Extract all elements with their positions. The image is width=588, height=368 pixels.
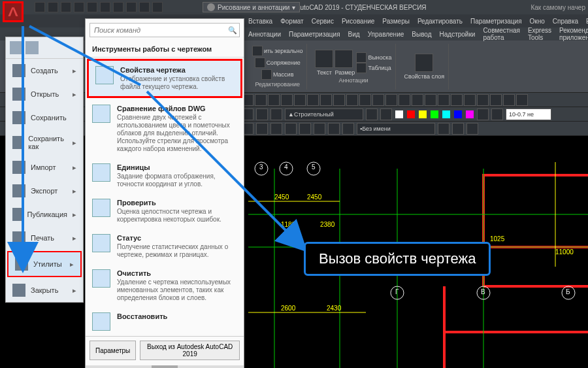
app-menu-import[interactable]: Импорт▸ bbox=[6, 156, 83, 179]
toolbar-button[interactable] bbox=[452, 123, 464, 135]
app-menu-create[interactable]: Создать▸ bbox=[6, 59, 83, 82]
toolbar-button[interactable] bbox=[268, 94, 280, 106]
table-icon[interactable] bbox=[356, 63, 367, 73]
qat-button[interactable] bbox=[100, 2, 110, 12]
toolbar-button[interactable] bbox=[425, 94, 436, 106]
flyout-item-status[interactable]: СтатусПолучение статистических данных о … bbox=[86, 229, 244, 264]
qat-button[interactable] bbox=[87, 2, 97, 12]
toolbar-button[interactable] bbox=[285, 123, 297, 135]
menu-item[interactable]: Параметризация bbox=[470, 18, 522, 25]
ribbon-tab[interactable]: Express Tools bbox=[528, 27, 551, 41]
command-search[interactable]: 🔍 bbox=[90, 23, 240, 37]
qat-button[interactable] bbox=[139, 2, 150, 12]
app-menu-export[interactable]: Экспорт▸ bbox=[6, 179, 83, 203]
menu-item[interactable]: Рисование bbox=[342, 18, 374, 25]
app-menu-publish[interactable]: Публикация▸ bbox=[6, 203, 83, 226]
toolbar-button[interactable] bbox=[294, 94, 306, 106]
toolbar-button[interactable] bbox=[359, 94, 371, 106]
qat-button[interactable] bbox=[126, 2, 137, 12]
toolbar-button[interactable] bbox=[270, 123, 282, 135]
menu-item[interactable]: Вставка bbox=[248, 18, 272, 25]
workspace-selector[interactable]: Рисование и аннотации ▾ bbox=[203, 2, 300, 12]
app-menu-saveas[interactable]: Сохранить как▸ bbox=[6, 129, 83, 156]
ribbon-tab[interactable]: Управление bbox=[368, 31, 404, 38]
toolbar-button[interactable] bbox=[333, 94, 345, 106]
toolbar-button[interactable] bbox=[256, 109, 268, 120]
app-menu-close[interactable]: Закрыть▸ bbox=[6, 278, 83, 302]
qat-button[interactable] bbox=[74, 2, 84, 12]
mirror-icon[interactable] bbox=[252, 46, 263, 56]
qat-button[interactable] bbox=[152, 2, 163, 12]
layer-combo[interactable]: ▪ Без имени bbox=[357, 123, 435, 135]
layer-properties-icon[interactable] bbox=[415, 54, 433, 72]
recent-documents-icon[interactable] bbox=[10, 41, 23, 54]
toolbar-button[interactable] bbox=[464, 94, 476, 106]
text-icon[interactable] bbox=[315, 50, 333, 68]
toolbar-button[interactable] bbox=[503, 94, 515, 106]
leader-icon[interactable] bbox=[356, 52, 367, 63]
menu-item[interactable]: Сервис bbox=[312, 18, 334, 25]
toolbar-button[interactable] bbox=[342, 123, 354, 135]
toolbar-button[interactable] bbox=[438, 123, 449, 135]
toolbar-button[interactable] bbox=[299, 123, 311, 135]
menu-item[interactable]: Окно bbox=[530, 18, 545, 25]
toolbar-button[interactable] bbox=[477, 94, 489, 106]
toolbar-button[interactable] bbox=[380, 109, 392, 120]
toolbar-button[interactable] bbox=[270, 109, 282, 120]
exit-button[interactable]: Выход из Autodesk AutoCAD 2019 bbox=[140, 341, 240, 360]
toolbar-button[interactable] bbox=[516, 94, 528, 106]
toolbar-button[interactable] bbox=[366, 109, 378, 120]
toolbar-button[interactable] bbox=[491, 109, 503, 120]
toolbar-button[interactable] bbox=[451, 94, 463, 106]
menu-item[interactable]: Размеры bbox=[382, 18, 410, 25]
ribbon-tab[interactable]: Совместная работа bbox=[483, 27, 520, 41]
toolbar-button[interactable] bbox=[385, 94, 397, 106]
toolbar-button[interactable] bbox=[307, 94, 319, 106]
options-button[interactable]: Параметры bbox=[90, 341, 136, 360]
toolbar-button[interactable] bbox=[346, 94, 358, 106]
app-menu-print[interactable]: Печать▸ bbox=[6, 226, 83, 250]
open-documents-icon[interactable] bbox=[25, 41, 39, 54]
toolbar-button[interactable] bbox=[320, 94, 332, 106]
menu-item[interactable]: Формат bbox=[280, 18, 304, 25]
flyout-item-recover[interactable]: Восстановить bbox=[86, 307, 244, 336]
qat-button[interactable] bbox=[48, 2, 58, 12]
ribbon-tab[interactable]: Аннотации bbox=[248, 31, 281, 38]
flyout-item-audit[interactable]: ПроверитьОценка целостности чертежа и ко… bbox=[86, 193, 244, 229]
ribbon-tab[interactable]: Параметризация bbox=[289, 31, 340, 38]
resize-grip[interactable] bbox=[86, 365, 244, 368]
application-menu-button[interactable] bbox=[3, 1, 24, 22]
menu-item[interactable]: Редактировать bbox=[417, 18, 463, 25]
qat-button[interactable] bbox=[35, 2, 45, 12]
toolbar-button[interactable] bbox=[477, 109, 489, 120]
flyout-item-dwg-compare[interactable]: Сравнение файлов DWGСравнение двух черте… bbox=[86, 99, 244, 158]
toolbar-button[interactable] bbox=[281, 94, 293, 106]
flyout-item-drawing-properties[interactable]: Свойства чертежаОтображение и установка … bbox=[87, 59, 242, 98]
dimension-icon[interactable] bbox=[335, 50, 353, 68]
app-menu-utilities[interactable]: Утилиты▸ bbox=[7, 251, 82, 277]
toolbar-button[interactable] bbox=[328, 123, 340, 135]
flyout-item-units[interactable]: ЕдиницыЗадание формата отображения, точн… bbox=[86, 158, 244, 193]
toolbar-button[interactable] bbox=[438, 94, 449, 106]
toolbar-button[interactable] bbox=[399, 94, 410, 106]
scale-display[interactable]: 10-0.7 не bbox=[506, 109, 551, 120]
text-style-selector[interactable]: ▲ Строительный bbox=[285, 109, 363, 120]
ribbon-tab[interactable]: Вывод bbox=[412, 31, 431, 38]
ribbon-tab[interactable]: Надстройки bbox=[440, 31, 476, 38]
toolbar-button[interactable] bbox=[314, 123, 325, 135]
toolbar-button[interactable] bbox=[412, 94, 423, 106]
array-icon[interactable] bbox=[261, 69, 272, 80]
qat-button[interactable] bbox=[113, 2, 123, 12]
ribbon-tab[interactable]: Рекомендованные приложения bbox=[559, 27, 588, 41]
menu-item[interactable]: Справка bbox=[553, 18, 578, 25]
toolbar-button[interactable] bbox=[372, 94, 384, 106]
qat-button[interactable] bbox=[61, 2, 71, 12]
app-menu-open[interactable]: Открыть▸ bbox=[6, 82, 83, 106]
toolbar-button[interactable] bbox=[466, 123, 478, 135]
toolbar-button[interactable] bbox=[255, 94, 267, 106]
toolbar-button[interactable] bbox=[490, 94, 502, 106]
fillet-icon[interactable] bbox=[255, 58, 265, 68]
toolbar-button[interactable] bbox=[256, 123, 268, 135]
app-menu-save[interactable]: Сохранить bbox=[6, 106, 83, 129]
ribbon-tab[interactable]: Вид bbox=[348, 31, 360, 38]
